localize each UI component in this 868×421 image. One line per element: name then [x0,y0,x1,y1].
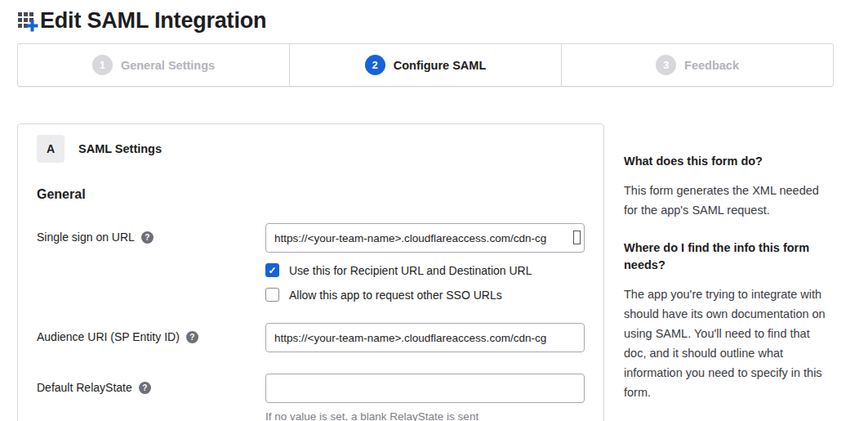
other-sso-checkbox[interactable] [265,288,279,302]
sso-url-label-group: Single sign on URL [37,223,265,244]
section-a-badge: A [37,135,65,163]
page-title: Edit SAML Integration [40,8,266,34]
recipient-url-checkbox[interactable] [265,263,279,277]
audience-uri-label-group: Audience URI (SP Entity ID) [37,323,265,343]
tab-general-settings[interactable]: 1 General Settings [18,44,289,86]
help-question-2: Where do I find the info this form needs… [624,240,828,274]
general-group-title: General [37,187,585,202]
help-icon[interactable] [139,382,151,394]
help-panel: What does this form do? This form genera… [624,123,828,421]
content: A SAML Settings General Single sign on U… [17,123,834,421]
step-label: Configure SAML [394,59,487,72]
help-icon[interactable] [141,231,154,244]
section-header: A SAML Settings [37,135,585,163]
saml-settings-card: A SAML Settings General Single sign on U… [17,123,604,421]
help-question-1: What does this form do? [624,153,828,170]
tab-configure-saml[interactable]: 2 Configure SAML [289,44,561,86]
help-answer-2: The app you're trying to integrate with … [624,284,828,402]
default-relaystate-input-wrap [265,374,585,403]
tab-feedback[interactable]: 3 Feedback [561,44,833,86]
audience-uri-row: Audience URI (SP Entity ID) [37,323,585,352]
wizard-steps: 1 General Settings 2 Configure SAML 3 Fe… [17,43,834,87]
sso-url-input-wrap [265,223,585,253]
other-sso-checkbox-label: Allow this app to request other SSO URLs [289,289,502,302]
audience-uri-input[interactable] [265,323,585,352]
sso-url-field-group: Use this for Recipient URL and Destinati… [265,223,585,302]
audience-uri-input-wrap [265,323,585,352]
audience-uri-field-group [265,323,585,352]
default-relaystate-label: Default RelayState [37,381,132,394]
help-icon[interactable] [186,331,198,343]
page: Edit SAML Integration 1 General Settings… [17,0,834,421]
recipient-url-checkbox-row: Use this for Recipient URL and Destinati… [265,263,585,277]
step-number-badge: 1 [92,55,113,75]
step-number-badge: 3 [656,55,676,75]
step-label: General Settings [121,59,215,72]
sso-url-label: Single sign on URL [37,231,135,244]
default-relaystate-field-group: If no value is set, a blank RelayState i… [265,374,585,421]
page-header: Edit SAML Integration [17,0,834,43]
step-label: Feedback [684,59,739,72]
default-relaystate-row: Default RelayState If no value is set, a… [37,374,585,421]
other-sso-checkbox-row: Allow this app to request other SSO URLs [265,288,585,302]
sso-url-input[interactable] [265,223,585,253]
step-number-badge: 2 [365,55,385,75]
section-title: SAML Settings [78,142,162,155]
audience-uri-label: Audience URI (SP Entity ID) [37,330,180,343]
help-answer-1: This form generates the XML needed for t… [624,181,828,220]
default-relaystate-label-group: Default RelayState [37,374,265,394]
sso-url-row: Single sign on URL Use this for Recipien… [37,223,585,302]
default-relaystate-input[interactable] [265,374,585,403]
default-relaystate-hint: If no value is set, a blank RelayState i… [265,410,585,421]
add-app-grid-icon [17,10,38,33]
recipient-url-checkbox-label: Use this for Recipient URL and Destinati… [289,264,532,277]
